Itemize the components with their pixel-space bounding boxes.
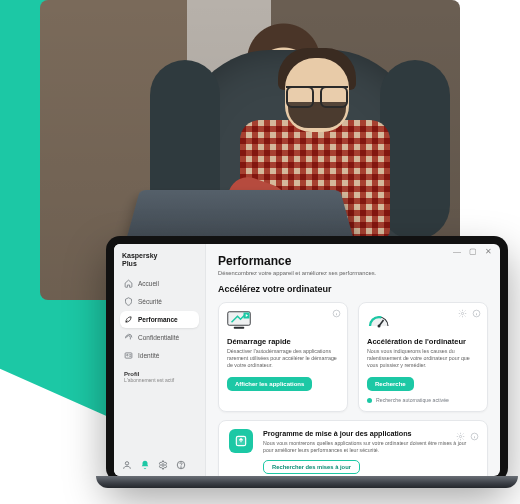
notification-icon[interactable] [140,460,150,470]
window-maximize[interactable]: ▢ [469,248,477,256]
sidebar-item-label: Confidentialité [138,334,179,341]
status-dot-icon [367,398,372,403]
auto-scan-note: Recherche automatique activée [367,397,479,403]
sidebar-item-performance[interactable]: Performance [120,311,199,328]
monitor-speed-icon [227,311,251,331]
main-panel: — ▢ ✕ Performance Désencombrez votre app… [206,244,500,476]
svg-point-10 [461,312,463,314]
note-text: Recherche automatique activée [376,397,449,403]
window-minimize[interactable]: — [453,248,461,256]
svg-rect-0 [125,353,132,358]
home-icon [124,279,133,288]
laptop-frame: Kaspersky Plus Accueil Sécurité [106,236,508,482]
brand-line2: Plus [122,260,199,268]
sidebar-item-home[interactable]: Accueil [120,275,199,292]
sidebar-profile[interactable]: Profil L'abonnement est actif [120,371,199,383]
search-updates-button[interactable]: Rechercher des mises à jour [263,460,360,474]
card-quick-start: Démarrage rapide Désactiver l'autodémarr… [218,302,348,412]
user-icon[interactable] [122,460,132,470]
sidebar-item-label: Accueil [138,280,159,287]
fingerprint-icon [124,333,133,342]
brand: Kaspersky Plus [120,252,199,267]
window-close[interactable]: ✕ [485,248,492,256]
svg-point-2 [125,462,128,465]
card-title: Programme de mise à jour des application… [263,429,477,438]
sidebar-item-label: Performance [138,316,178,323]
info-icon[interactable] [332,309,341,318]
profile-subtitle: L'abonnement est actif [124,377,199,383]
card-desc: Nous vous montrerons quelles application… [263,440,477,454]
sidebar-item-identity[interactable]: Identité [120,347,199,364]
show-apps-button[interactable]: Afficher les applications [227,377,312,391]
sidebar-item-privacy[interactable]: Confidentialité [120,329,199,346]
page-subtitle: Désencombrez votre appareil et améliorez… [218,270,488,276]
card-title: Accélération de l'ordinateur [367,337,479,346]
card-speedup: Accélération de l'ordinateur Nous vous i… [358,302,488,412]
gear-icon[interactable] [158,460,168,470]
svg-point-13 [459,436,461,438]
sidebar-item-label: Identité [138,352,159,359]
app-window: Kaspersky Plus Accueil Sécurité [114,244,500,476]
card-title: Démarrage rapide [227,337,339,346]
svg-point-1 [127,355,129,357]
info-icon[interactable] [472,309,481,318]
laptop-base [96,476,518,488]
rocket-icon [124,315,133,324]
svg-point-3 [162,464,165,467]
section-heading: Accélérez votre ordinateur [218,284,488,294]
gauge-icon [367,311,391,331]
card-desc: Nous vous indiquerons les causes du rale… [367,348,479,369]
sidebar-bottom-bar [120,456,199,472]
card-app-updates: Programme de mise à jour des application… [218,420,488,476]
gear-small-icon[interactable] [458,309,467,318]
window-controls: — ▢ ✕ [453,248,492,256]
svg-point-5 [181,467,182,468]
card-desc: Désactiver l'autodémarrage des applicati… [227,348,339,369]
info-icon[interactable] [470,427,479,436]
sidebar-item-security[interactable]: Sécurité [120,293,199,310]
page-title: Performance [218,254,488,268]
brand-line1: Kaspersky [122,252,199,260]
sidebar-item-label: Sécurité [138,298,162,305]
svg-rect-8 [234,327,245,329]
id-card-icon [124,351,133,360]
update-app-icon [229,429,253,453]
scan-button[interactable]: Recherche [367,377,414,391]
shield-icon [124,297,133,306]
gear-small-icon[interactable] [456,427,465,436]
help-icon[interactable] [176,460,186,470]
sidebar: Kaspersky Plus Accueil Sécurité [114,244,206,476]
